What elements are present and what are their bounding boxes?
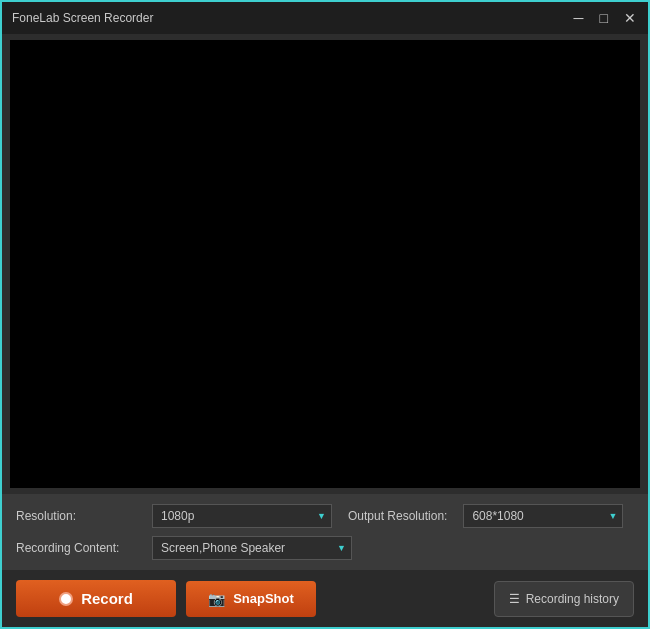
recording-content-select-wrapper: Screen,Phone Speaker Screen Only Phone O… bbox=[152, 536, 352, 560]
history-button[interactable]: ☰ Recording history bbox=[494, 581, 634, 617]
output-resolution-select-wrapper: 608*1080 1920*1080 1280*720 bbox=[463, 504, 623, 528]
minimize-button[interactable]: ─ bbox=[572, 11, 586, 25]
controls-panel: Resolution: 1080p 720p 480p 360p Output … bbox=[2, 494, 648, 570]
preview-area bbox=[10, 40, 640, 488]
app-title: FoneLab Screen Recorder bbox=[12, 11, 153, 25]
resolution-select-wrapper: 1080p 720p 480p 360p bbox=[152, 504, 332, 528]
recording-content-select[interactable]: Screen,Phone Speaker Screen Only Phone O… bbox=[152, 536, 352, 560]
list-icon: ☰ bbox=[509, 592, 520, 606]
titlebar: FoneLab Screen Recorder ─ □ ✕ bbox=[2, 2, 648, 34]
output-resolution-select[interactable]: 608*1080 1920*1080 1280*720 bbox=[463, 504, 623, 528]
camera-icon: 📷 bbox=[208, 591, 225, 607]
recording-content-label: Recording Content: bbox=[16, 541, 136, 555]
record-button-label: Record bbox=[81, 590, 133, 607]
record-button[interactable]: Record bbox=[16, 580, 176, 617]
snapshot-button-label: SnapShot bbox=[233, 591, 294, 606]
maximize-button[interactable]: □ bbox=[598, 11, 610, 25]
controls-row-bottom: Recording Content: Screen,Phone Speaker … bbox=[16, 536, 634, 560]
app-window: FoneLab Screen Recorder ─ □ ✕ Resolution… bbox=[0, 0, 650, 629]
snapshot-button[interactable]: 📷 SnapShot bbox=[186, 581, 316, 617]
window-controls: ─ □ ✕ bbox=[572, 11, 638, 25]
output-resolution-label: Output Resolution: bbox=[348, 509, 447, 523]
record-dot-icon bbox=[59, 592, 73, 606]
resolution-select[interactable]: 1080p 720p 480p 360p bbox=[152, 504, 332, 528]
close-button[interactable]: ✕ bbox=[622, 11, 638, 25]
resolution-label: Resolution: bbox=[16, 509, 136, 523]
controls-row-top: Resolution: 1080p 720p 480p 360p Output … bbox=[16, 504, 634, 528]
history-button-label: Recording history bbox=[526, 592, 619, 606]
action-bar: Record 📷 SnapShot ☰ Recording history bbox=[2, 570, 648, 627]
